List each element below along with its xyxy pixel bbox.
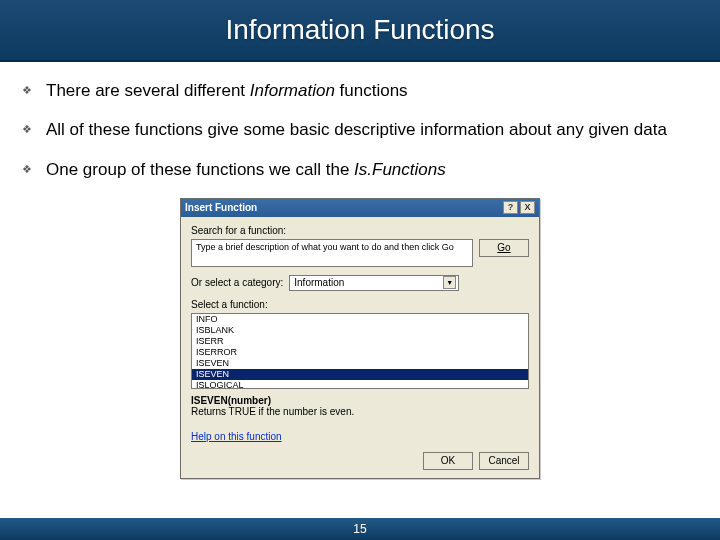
list-item[interactable]: ISERROR [192, 347, 528, 358]
dialog-screenshot: Insert Function ? X Search for a functio… [22, 198, 698, 479]
function-description: Returns TRUE if the number is even. [191, 406, 529, 417]
help-icon[interactable]: ? [503, 201, 518, 214]
bullet-item: ❖ There are several different Informatio… [22, 80, 698, 101]
list-item[interactable]: ISEVEN [192, 358, 528, 369]
search-label: Search for a function: [191, 225, 529, 236]
slide-title-bar: Information Functions [0, 0, 720, 62]
category-label: Or select a category: [191, 277, 283, 288]
list-item-selected[interactable]: ISEVEN [192, 369, 528, 380]
function-signature: ISEVEN(number) [191, 395, 529, 406]
category-value: Information [294, 277, 344, 288]
bullet-text: All of these functions give some basic d… [46, 119, 698, 140]
bullet-diamond-icon: ❖ [22, 123, 34, 137]
bullet-diamond-icon: ❖ [22, 163, 34, 177]
list-item[interactable]: ISERR [192, 336, 528, 347]
search-input[interactable]: Type a brief description of what you wan… [191, 239, 473, 267]
page-number: 15 [353, 522, 366, 536]
bullet-diamond-icon: ❖ [22, 84, 34, 98]
dialog-titlebar: Insert Function ? X [181, 199, 539, 217]
bullet-item: ❖ All of these functions give some basic… [22, 119, 698, 140]
select-function-label: Select a function: [191, 299, 529, 310]
help-link[interactable]: Help on this function [191, 431, 282, 442]
list-item[interactable]: ISBLANK [192, 325, 528, 336]
go-button[interactable]: Go [479, 239, 529, 257]
slide-footer: 15 [0, 518, 720, 540]
bullet-text: One group of these functions we call the… [46, 159, 698, 180]
list-item[interactable]: INFO [192, 314, 528, 325]
bullet-item: ❖ One group of these functions we call t… [22, 159, 698, 180]
slide-content: ❖ There are several different Informatio… [0, 62, 720, 479]
chevron-down-icon: ▼ [443, 276, 456, 289]
category-select[interactable]: Information ▼ [289, 275, 459, 291]
close-icon[interactable]: X [520, 201, 535, 214]
insert-function-dialog: Insert Function ? X Search for a functio… [180, 198, 540, 479]
cancel-button[interactable]: Cancel [479, 452, 529, 470]
dialog-body: Search for a function: Type a brief desc… [181, 217, 539, 478]
bullet-text: There are several different Information … [46, 80, 698, 101]
list-item[interactable]: ISLOGICAL [192, 380, 528, 389]
ok-button[interactable]: OK [423, 452, 473, 470]
function-listbox[interactable]: INFO ISBLANK ISERR ISERROR ISEVEN ISEVEN… [191, 313, 529, 389]
slide-title: Information Functions [225, 14, 494, 46]
dialog-title: Insert Function [185, 202, 501, 213]
